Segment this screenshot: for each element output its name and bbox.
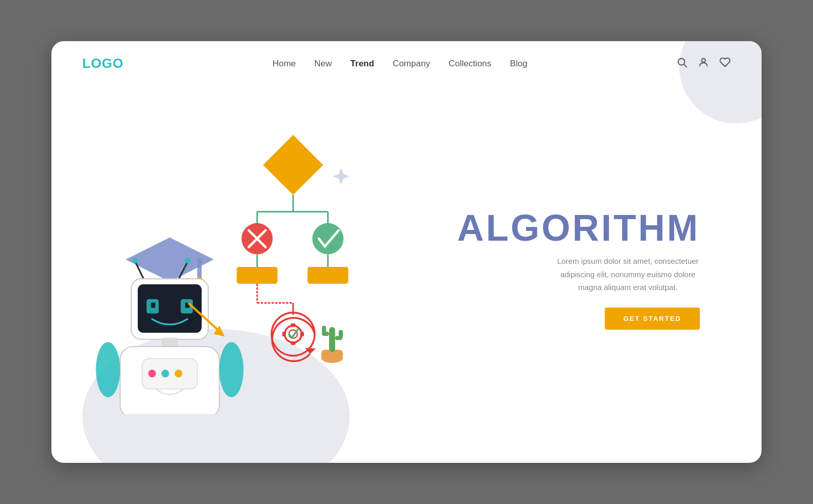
nav-trend[interactable]: Trend <box>350 59 374 69</box>
get-started-button[interactable]: GET STARTED <box>605 308 700 330</box>
svg-point-21 <box>161 370 169 377</box>
svg-rect-62 <box>339 330 343 338</box>
svg-point-50 <box>285 326 302 343</box>
flowchart-illustration <box>221 123 365 377</box>
svg-point-22 <box>175 370 183 377</box>
svg-rect-60 <box>322 326 326 334</box>
svg-rect-58 <box>329 327 335 352</box>
svg-point-8 <box>133 258 138 264</box>
svg-rect-54 <box>282 332 286 336</box>
illustration-area <box>82 82 411 457</box>
svg-rect-15 <box>151 303 156 309</box>
user-icon[interactable] <box>698 57 709 70</box>
svg-line-1 <box>684 64 686 67</box>
svg-rect-42 <box>237 267 277 284</box>
svg-point-23 <box>96 343 120 398</box>
svg-rect-52 <box>291 323 295 327</box>
svg-rect-55 <box>300 332 304 336</box>
svg-point-10 <box>185 258 190 264</box>
svg-point-40 <box>312 223 344 255</box>
page-wrapper: LOGO Home New Trend Company Collections … <box>51 41 762 463</box>
svg-rect-44 <box>308 267 348 284</box>
text-area: ALGORITHM Lorem ipsum dolor sit amet, co… <box>411 209 731 330</box>
svg-marker-31 <box>263 135 323 195</box>
main-nav: Home New Trend Company Collections Blog <box>273 59 528 69</box>
svg-point-20 <box>148 370 156 377</box>
svg-rect-53 <box>291 341 295 345</box>
nav-collections[interactable]: Collections <box>448 59 491 69</box>
header: LOGO Home New Trend Company Collections … <box>51 41 762 82</box>
nav-home[interactable]: Home <box>273 59 296 69</box>
logo[interactable]: LOGO <box>82 56 124 71</box>
search-icon[interactable] <box>676 57 688 70</box>
nav-icons <box>676 57 731 70</box>
main-content: ALGORITHM Lorem ipsum dolor sit amet, co… <box>51 82 762 457</box>
heart-icon[interactable] <box>719 57 731 70</box>
hero-description: Lorem ipsum dolor sit amet, consectetuer… <box>556 255 700 294</box>
nav-blog[interactable]: Blog <box>510 59 528 69</box>
hero-title: ALGORITHM <box>457 209 700 246</box>
nav-new[interactable]: New <box>314 59 332 69</box>
nav-company[interactable]: Company <box>393 59 430 69</box>
svg-point-2 <box>701 59 705 62</box>
